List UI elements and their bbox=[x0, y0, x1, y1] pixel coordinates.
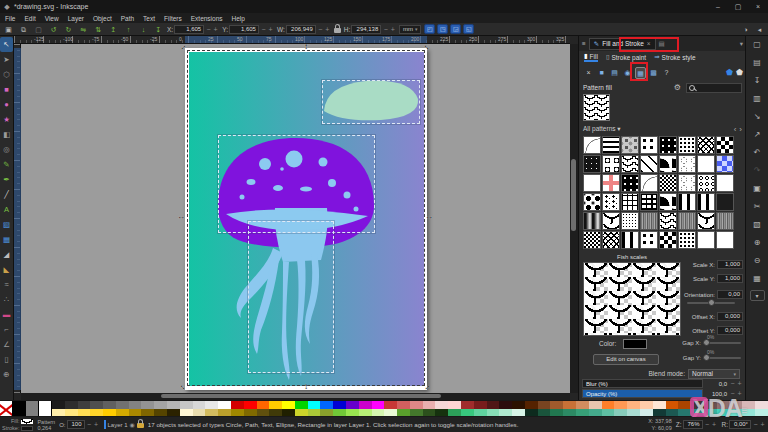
palette-swatch[interactable] bbox=[180, 401, 193, 409]
palette-swatch[interactable] bbox=[461, 409, 474, 417]
palette-swatch[interactable] bbox=[346, 401, 359, 409]
palette-swatch[interactable] bbox=[13, 401, 26, 416]
palette-swatch[interactable] bbox=[359, 409, 372, 417]
prev-patterns-button[interactable]: ‹ bbox=[734, 125, 737, 134]
palette-swatch[interactable] bbox=[653, 409, 666, 417]
palette-swatch[interactable] bbox=[333, 401, 346, 409]
pattern-swatch[interactable] bbox=[659, 174, 677, 192]
blend-mode-select[interactable]: Normal bbox=[688, 369, 740, 379]
menu-path[interactable]: Path bbox=[121, 15, 134, 22]
export-button[interactable]: ↗ bbox=[750, 128, 765, 141]
palette-swatch[interactable] bbox=[231, 401, 244, 409]
pattern-swatch[interactable] bbox=[678, 174, 696, 192]
pattern-button[interactable]: ▦ bbox=[635, 67, 646, 79]
palette-swatch[interactable] bbox=[499, 401, 512, 409]
deselect-button[interactable]: ▢ bbox=[33, 24, 44, 35]
palette-swatch[interactable] bbox=[333, 409, 346, 417]
scale-y-input[interactable]: 1,000 bbox=[717, 274, 743, 283]
gap-x-slider[interactable] bbox=[703, 342, 741, 344]
palette-swatch[interactable] bbox=[78, 409, 91, 417]
print-button[interactable]: ▥ bbox=[750, 92, 765, 105]
menu-help[interactable]: Help bbox=[232, 15, 245, 22]
palette-swatch[interactable] bbox=[461, 401, 474, 409]
fill-stroke-indicator[interactable]: Fill: Stroke: bbox=[2, 418, 33, 431]
palette-swatch[interactable] bbox=[499, 409, 512, 417]
menu-text[interactable]: Text bbox=[143, 15, 155, 22]
pattern-swatch[interactable] bbox=[697, 174, 715, 192]
maximize-button[interactable]: ▢ bbox=[728, 3, 748, 11]
scale-handle-se[interactable]: ↔ bbox=[421, 381, 432, 392]
rotate-cw-button[interactable]: ↻ bbox=[63, 24, 74, 35]
pattern-swatch[interactable] bbox=[659, 193, 677, 211]
offset-y-input[interactable]: 0,000 bbox=[717, 326, 743, 335]
pattern-swatch[interactable] bbox=[583, 136, 601, 154]
orientation-slider[interactable] bbox=[687, 302, 735, 304]
pattern-swatch[interactable] bbox=[716, 155, 734, 173]
scale-stroke-toggle[interactable]: ◰ bbox=[424, 24, 435, 34]
pattern-swatch[interactable] bbox=[583, 174, 601, 192]
pattern-swatch[interactable] bbox=[716, 231, 734, 249]
pattern-swatch[interactable] bbox=[621, 136, 639, 154]
other-dialog-tab[interactable]: ▤ bbox=[659, 40, 665, 48]
palette-swatch[interactable] bbox=[550, 401, 563, 409]
open-document-button[interactable]: ▤ bbox=[750, 56, 765, 69]
lower-button[interactable]: ↓ bbox=[138, 24, 149, 35]
pattern-swatch[interactable] bbox=[621, 174, 639, 192]
edit-on-canvas-button[interactable]: Edit on canvas bbox=[593, 354, 659, 365]
palette-swatch[interactable] bbox=[397, 401, 410, 409]
unknown-paint-button[interactable]: ? bbox=[661, 67, 672, 79]
scale-handle-s[interactable]: ↕ bbox=[302, 383, 310, 391]
palette-swatch[interactable] bbox=[512, 401, 525, 409]
palette-swatch[interactable] bbox=[257, 401, 270, 409]
vertical-scrollbar-thumb[interactable] bbox=[571, 159, 576, 231]
palette-swatch[interactable] bbox=[269, 401, 282, 409]
flip-horizontal-button[interactable]: ⇋ bbox=[78, 24, 89, 35]
dock-collapse-icon[interactable]: ▾ bbox=[740, 40, 743, 48]
palette-swatch[interactable] bbox=[487, 409, 500, 417]
palette-swatch[interactable] bbox=[90, 401, 103, 409]
eraser-tool[interactable]: ▬ bbox=[0, 307, 13, 322]
scale-gradient-toggle[interactable]: ◲ bbox=[450, 24, 461, 34]
palette-swatch[interactable] bbox=[640, 401, 653, 409]
palette-swatch[interactable] bbox=[295, 409, 308, 417]
pattern-swatch[interactable] bbox=[621, 193, 639, 211]
tab-close-icon[interactable]: × bbox=[647, 40, 651, 47]
orientation-slider-knob[interactable] bbox=[708, 299, 715, 306]
dock-menu-icon[interactable]: ≡ bbox=[582, 40, 586, 47]
display-mode-button[interactable]: ▦ bbox=[750, 272, 765, 285]
palette-swatch[interactable] bbox=[474, 401, 487, 409]
width-spinner[interactable] bbox=[317, 25, 331, 34]
palette-swatch[interactable] bbox=[308, 401, 321, 409]
pattern-swatch[interactable] bbox=[659, 231, 677, 249]
document-page[interactable] bbox=[185, 48, 427, 390]
palette-swatch[interactable] bbox=[205, 401, 218, 409]
measure-tool[interactable]: ∠ bbox=[0, 337, 13, 352]
palette-swatch[interactable] bbox=[193, 401, 206, 409]
palette-swatch[interactable] bbox=[180, 409, 193, 417]
palette-swatch[interactable] bbox=[231, 409, 244, 417]
pattern-swatch[interactable] bbox=[621, 155, 639, 173]
height-spinner[interactable] bbox=[382, 25, 396, 34]
palette-swatch[interactable] bbox=[755, 401, 768, 409]
stroke-swatch[interactable] bbox=[21, 426, 33, 431]
palette-swatch[interactable] bbox=[525, 401, 538, 409]
tab-stroke-paint[interactable]: ▯Stroke paint bbox=[606, 53, 646, 61]
horizontal-scrollbar-thumb[interactable] bbox=[161, 394, 441, 398]
snap-controls-button[interactable]: ◑ bbox=[740, 24, 751, 35]
shield-icon[interactable]: ⬟ bbox=[736, 68, 743, 77]
scale-handle-n[interactable]: ↕ bbox=[302, 44, 310, 51]
scale-handle-e[interactable]: ↔ bbox=[425, 213, 433, 221]
node-tool[interactable]: ➤ bbox=[0, 52, 13, 67]
pattern-swatch[interactable] bbox=[697, 212, 715, 230]
palette-swatch[interactable] bbox=[129, 409, 142, 417]
tab-stroke-style[interactable]: ⇒Stroke style bbox=[654, 53, 695, 61]
pattern-swatch[interactable] bbox=[583, 155, 601, 173]
palette-swatch[interactable] bbox=[423, 409, 436, 417]
palette-swatch[interactable] bbox=[576, 401, 589, 409]
rotate-ccw-button[interactable]: ↺ bbox=[48, 24, 59, 35]
menu-layer[interactable]: Layer bbox=[68, 15, 84, 22]
palette-swatch[interactable] bbox=[563, 401, 576, 409]
linear-gradient-button[interactable]: ▤ bbox=[609, 67, 620, 79]
lower-to-bottom-button[interactable]: ↧ bbox=[153, 24, 164, 35]
pattern-swatch[interactable] bbox=[697, 231, 715, 249]
